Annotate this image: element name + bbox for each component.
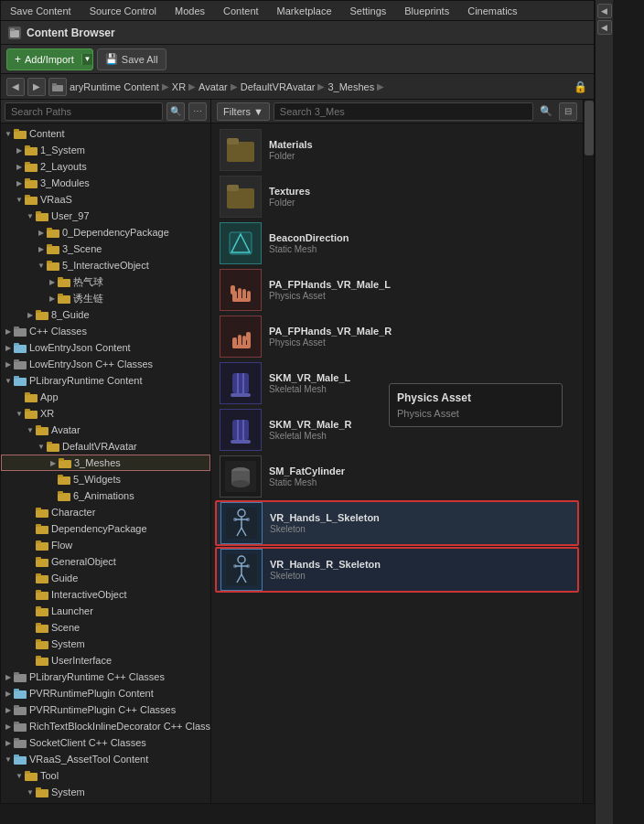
svg-rect-43 [47,442,52,444]
tree-item-xr[interactable]: ▼ XR [1,405,210,422]
tree-item-vraas[interactable]: ▼ VRaaS [1,191,210,208]
tree-search-button[interactable]: 🔍 [166,102,185,121]
menu-cinematics[interactable]: Cinematics [458,1,526,20]
tree-item-iatestio[interactable]: ▶ IATestIO [1,800,210,803]
asset-type-skm-vr-male-l: Skeletal Mesh [269,384,574,394]
tree-item-3meshes[interactable]: ▶ 3_Meshes [1,455,210,471]
panel-arrow-up[interactable]: ◀ [597,4,612,18]
breadcrumb-item-3[interactable]: DefaultVRAvatar [241,81,316,92]
breadcrumb-back-button[interactable]: ◀ [6,78,25,96]
breadcrumb-folder-button[interactable] [48,78,67,96]
tree-item-8guide[interactable]: ▶ 8_Guide [1,306,210,323]
tree-item-guide[interactable]: Guide [1,570,210,586]
tree-item-6animations[interactable]: 6_Animations [1,487,210,504]
tree-item-userinterface[interactable]: UserInterface [1,652,210,669]
asset-name-vr-hands-r-skeleton: VR_Hands_R_Skeleton [270,559,574,570]
tree-item-app[interactable]: App [1,389,210,405]
add-import-dropdown-arrow[interactable]: ▼ [81,54,92,65]
tree-item-5interactive[interactable]: ▼ 5_InteractiveObject [1,257,210,273]
tree-item-richtextblock[interactable]: ▶ RichTextBlockInlineDecorator C++ Class… [1,718,210,734]
svg-rect-39 [25,409,30,412]
menu-blueprints[interactable]: Blueprints [395,1,458,20]
panel-arrow-down[interactable]: ◀ [597,20,612,35]
tree-item-plibcpp[interactable]: ▶ PLibraryRuntime C++ Classes [1,669,210,685]
svg-rect-46 [58,476,70,485]
menu-settings[interactable]: Settings [341,1,396,20]
tree-item-3modules[interactable]: ▶ 3_Modules [1,175,210,191]
asset-name-skm-vr-male-r: SKM_VR_Male_R [269,419,574,430]
tree-item-generalobj[interactable]: GeneralObject [1,553,210,570]
filters-button[interactable]: Filters ▼ [217,102,270,121]
asset-item-pa-fphandsmale-r[interactable]: PA_FPHands_VR_Male_R Physics Asset [215,314,579,359]
tree-item-socketclient[interactable]: ▶ SocketClient C++ Classes [1,734,210,751]
menu-content[interactable]: Content [214,1,268,20]
add-import-button[interactable]: + Add/Import ▼ [6,48,93,70]
tree-item-avatar[interactable]: ▼ Avatar [1,422,210,438]
menu-modes[interactable]: Modes [166,1,214,20]
svg-rect-9 [25,162,30,165]
menu-marketplace[interactable]: Marketplace [268,1,341,20]
tree-item-lowentryjson[interactable]: ▶ LowEntryJson Content [1,339,210,356]
tree-item-0dep[interactable]: ▶ 0_DependencyPackage [1,224,210,241]
tree-settings-button[interactable]: ⋯ [188,102,207,121]
breadcrumb-forward-button[interactable]: ▶ [27,78,46,96]
tree-item-pvrruntime[interactable]: ▶ PVRRuntimePlugin Content [1,685,210,701]
tree-item-flow[interactable]: Flow [1,537,210,553]
tree-search-bar: 🔍 ⋯ [1,100,210,123]
svg-rect-68 [36,658,48,666]
asset-item-materials[interactable]: Materials Folder [215,127,579,173]
svg-rect-52 [36,526,48,534]
tree-item-lowentryjsoncpp[interactable]: ▶ LowEntryJson C++ Classes [1,356,210,372]
svg-point-138 [233,564,237,568]
tree-item-cpp[interactable]: ▶ C++ Classes [1,323,210,339]
tree-item-content[interactable]: ▼ Content [1,125,210,142]
assets-settings-button[interactable]: ⊟ [559,102,577,121]
tree-item-5widgets[interactable]: 5_Widgets [1,471,210,487]
scrollbar-thumb[interactable] [585,101,594,155]
tree-item-pvrruntimecpp[interactable]: ▶ PVRRuntimePlugin C++ Classes [1,701,210,718]
tree-item-toolsystem[interactable]: ▼ System [1,784,210,800]
tree-item-3scene[interactable]: ▶ 3_Scene [1,241,210,257]
asset-item-beacondirection[interactable]: BeaconDirection Static Mesh [215,220,579,266]
tree-item-plibrary[interactable]: ▼ PLibraryRuntime Content [1,372,210,389]
svg-rect-93 [227,185,239,191]
tree-item-yinsheng[interactable]: ▶ 诱生链 [1,290,210,306]
tree-item-1system[interactable]: ▶ 1_System [1,142,210,158]
asset-item-skm-vr-male-r[interactable]: SKM_VR_Male_R Skeletal Mesh [215,407,579,453]
assets-scrollbar[interactable] [583,100,594,803]
menu-source-control[interactable]: Source Control [80,1,166,20]
assets-search-input[interactable] [274,102,533,121]
breadcrumb-item-4[interactable]: 3_Meshes [327,81,374,92]
menu-save-content[interactable]: Save Content [1,1,80,20]
svg-point-130 [233,518,237,521]
tree-item-2layouts[interactable]: ▶ 2_Layouts [1,158,210,175]
breadcrumb-item-2[interactable]: Avatar [199,81,228,92]
asset-item-sm-fatcylinder[interactable]: SM_FatCylinder Static Mesh [215,454,579,499]
asset-item-pa-fphandsmale-l[interactable]: PA_FPHands_VR_Male_L Physics Asset [215,267,579,313]
svg-rect-60 [36,592,48,600]
breadcrumb-lock-icon[interactable]: 🔒 [572,79,588,95]
tree-item-dependpkg[interactable]: DependencyPackage [1,520,210,537]
tree-search-input[interactable] [5,102,163,121]
svg-rect-57 [36,557,41,560]
svg-rect-72 [14,690,27,699]
asset-item-vr-hands-l-skeleton[interactable]: VR_Hands_L_Skeleton Skeleton [215,500,579,546]
tree-item-system[interactable]: System [1,636,210,652]
tree-item-vraastool[interactable]: ▼ VRaaS_AssetTool Content [1,751,210,767]
tree-item-tool[interactable]: ▼ Tool [1,767,210,784]
asset-item-skm-vr-male-l[interactable]: SKM_VR_Male_L Skeletal Mesh [215,360,579,406]
tree-item-scene[interactable]: Scene [1,619,210,636]
svg-rect-8 [25,164,38,172]
asset-item-vr-hands-r-skeleton[interactable]: VR_Hands_R_Skeleton Skeleton [215,547,579,593]
breadcrumb-item-1[interactable]: XR [172,81,186,92]
tree-item-defaultvravatar[interactable]: ▼ DefaultVRAvatar [1,438,210,455]
tree-item-user97[interactable]: ▼ User_97 [1,208,210,224]
tree-item-character[interactable]: Character [1,504,210,520]
tree-item-heqi[interactable]: ▶ 热气球 [1,273,210,290]
breadcrumb-item-0[interactable]: aryRuntime Content [70,81,159,92]
save-all-button[interactable]: 💾 Save All [97,48,166,70]
tree-item-interactobj[interactable]: InteractiveObject [1,586,210,603]
tree-item-launcher[interactable]: Launcher [1,603,210,619]
svg-rect-21 [47,261,52,263]
asset-item-textures[interactable]: Textures Folder [215,174,579,219]
